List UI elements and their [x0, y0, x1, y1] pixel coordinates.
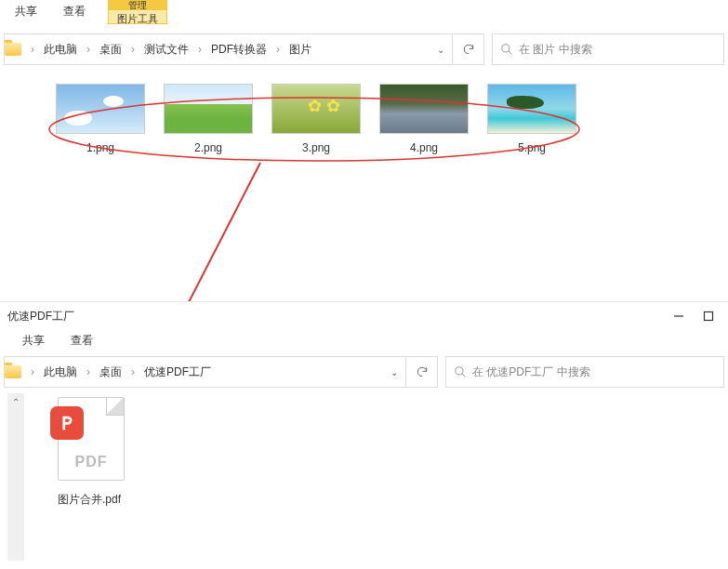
search-placeholder: 在 优速PDF工厂 中搜索	[472, 364, 590, 380]
maximize-button[interactable]	[702, 310, 715, 323]
chevron-right-icon[interactable]: ›	[27, 43, 38, 56]
crumb-this-pc[interactable]: 此电脑	[42, 364, 79, 380]
crumb-folder[interactable]: 优速PDF工厂	[142, 364, 213, 380]
contextual-tab-label: 管理	[109, 1, 166, 10]
file-label: 4.png	[410, 141, 438, 154]
pdf-badge-icon	[50, 406, 84, 440]
file-item[interactable]: 2.png	[164, 84, 253, 154]
folder-icon	[5, 43, 21, 56]
thumbnail-image	[487, 84, 576, 134]
crumb-desktop[interactable]: 桌面	[98, 42, 124, 58]
address-dropdown-icon[interactable]: ⌄	[430, 45, 452, 55]
refresh-button[interactable]	[452, 34, 483, 64]
chevron-right-icon[interactable]: ›	[272, 43, 284, 56]
crumb-pdfconv[interactable]: PDF转换器	[209, 42, 269, 58]
file-item[interactable]: 5.png	[487, 84, 576, 154]
svg-point-0	[502, 45, 510, 52]
scroll-up-icon[interactable]: ⌃	[12, 397, 20, 561]
breadcrumb[interactable]: › 此电脑 › 桌面 › 优速PDF工厂	[21, 357, 383, 387]
refresh-icon	[416, 365, 429, 378]
crumb-this-pc[interactable]: 此电脑	[42, 42, 79, 58]
search-input[interactable]: 在 优速PDF工厂 中搜索	[445, 356, 724, 388]
folder-icon	[5, 365, 21, 378]
refresh-button[interactable]	[405, 357, 437, 387]
thumbnail-image	[164, 84, 253, 134]
tab-view[interactable]: 查看	[58, 329, 106, 352]
tab-share[interactable]: 共享	[9, 329, 58, 352]
thumbnail-image	[271, 84, 361, 134]
chevron-right-icon[interactable]: ›	[83, 365, 94, 378]
address-bar[interactable]: › 此电脑 › 桌面 › 测试文件 › PDF转换器 › 图片 ⌄	[4, 33, 484, 65]
chevron-right-icon[interactable]: ›	[127, 365, 139, 378]
contextual-tab-sublabel: 图片工具	[117, 10, 158, 26]
contextual-tab-picture-tools[interactable]: 管理 图片工具	[108, 0, 167, 24]
search-input[interactable]: 在 图片 中搜索	[492, 33, 724, 65]
refresh-icon	[462, 43, 475, 56]
chevron-right-icon[interactable]: ›	[127, 43, 139, 56]
title-bar: 优速PDF工厂	[0, 302, 728, 330]
tab-share[interactable]: 共享	[2, 0, 50, 23]
file-item[interactable]: 3.png	[271, 84, 361, 154]
window-title: 优速PDF工厂	[7, 309, 74, 324]
svg-rect-4	[705, 312, 713, 321]
minimize-button[interactable]	[672, 310, 685, 323]
tab-view[interactable]: 查看	[50, 0, 99, 23]
file-item[interactable]: PDF 图片合并.pdf	[43, 393, 136, 561]
thumbnail-image	[56, 84, 145, 134]
file-ext-label: PDF	[59, 454, 124, 470]
file-pane-bottom[interactable]: ⌃ PDF 图片合并.pdf	[0, 388, 728, 561]
pdf-file-icon: PDF	[50, 393, 128, 486]
chevron-right-icon[interactable]: ›	[194, 43, 205, 56]
svg-point-5	[456, 367, 463, 375]
file-pane-top[interactable]: 1.png 2.png 3.png 4.png 5.png	[0, 65, 728, 154]
chevron-right-icon[interactable]: ›	[27, 365, 38, 378]
file-label: 图片合并.pdf	[43, 492, 136, 508]
chevron-right-icon[interactable]: ›	[83, 43, 94, 56]
ribbon-tabstrip: 共享 查看	[0, 330, 728, 352]
file-label: 2.png	[194, 141, 222, 154]
crumb-pictures[interactable]: 图片	[287, 42, 313, 58]
file-label: 5.png	[518, 141, 546, 154]
file-item[interactable]: 4.png	[379, 84, 469, 154]
search-placeholder: 在 图片 中搜索	[519, 42, 592, 58]
explorer-window-top: 共享 查看 管理 图片工具 › 此电脑 › 桌面 › 测试文件 › PDF转换器…	[0, 0, 728, 279]
address-dropdown-icon[interactable]: ⌄	[383, 367, 405, 377]
vertical-scrollbar[interactable]: ⌃	[7, 393, 24, 561]
crumb-desktop[interactable]: 桌面	[98, 364, 124, 380]
breadcrumb[interactable]: › 此电脑 › 桌面 › 测试文件 › PDF转换器 › 图片	[21, 34, 430, 64]
thumbnail-row: 1.png 2.png 3.png 4.png 5.png	[0, 84, 728, 154]
thumbnail-image	[379, 84, 469, 134]
search-icon	[500, 43, 513, 56]
crumb-testfiles[interactable]: 测试文件	[142, 42, 191, 58]
ribbon-tabstrip: 共享 查看 管理 图片工具	[0, 0, 728, 24]
file-label: 3.png	[302, 141, 330, 154]
file-label: 1.png	[86, 141, 114, 154]
address-bar[interactable]: › 此电脑 › 桌面 › 优速PDF工厂 ⌄	[4, 356, 438, 388]
file-item[interactable]: 1.png	[56, 84, 145, 154]
search-icon	[454, 365, 467, 378]
explorer-window-bottom: 优速PDF工厂 共享 查看 › 此电脑 › 桌面 › 优速PDF工厂 ⌄	[0, 301, 728, 569]
